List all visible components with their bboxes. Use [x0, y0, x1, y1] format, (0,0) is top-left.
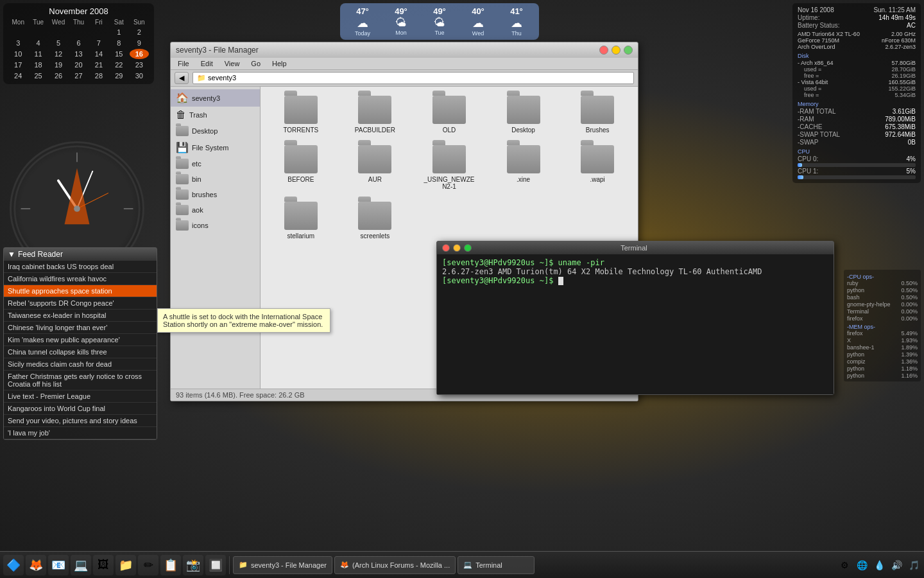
- cal-day-cell[interactable]: 8: [109, 38, 128, 48]
- fm-file-item[interactable]: PACBUILDER: [341, 93, 409, 136]
- folder-icon: [176, 174, 189, 184]
- tray-icon-network[interactable]: 🌐: [855, 558, 869, 572]
- cal-day-cell[interactable]: 23: [130, 60, 149, 70]
- cal-day-cell[interactable]: 22: [109, 60, 128, 70]
- cal-day-cell[interactable]: 28: [89, 71, 108, 81]
- feed-item[interactable]: China tunnel collapse kills three: [4, 346, 157, 358]
- tray-icon-dropbox[interactable]: 💧: [872, 558, 886, 572]
- taskbar-window-button[interactable]: 🦊(Arch Linux Forums - Mozilla ...: [334, 556, 456, 574]
- tray-icon-volume[interactable]: 🔊: [889, 558, 903, 572]
- fm-file-item[interactable]: TORRENTS: [267, 93, 335, 136]
- taskbar-app-applet[interactable]: 🔲: [205, 555, 226, 575]
- fm-file-item[interactable]: screenlets: [341, 199, 409, 242]
- cal-day-cell[interactable]: 14: [89, 49, 108, 59]
- fm-menu-item[interactable]: View: [223, 59, 242, 68]
- fm-back-button[interactable]: ◀: [175, 72, 189, 84]
- feed-item[interactable]: Iraq cabinet backs US troops deal: [4, 261, 157, 273]
- cal-day-cell[interactable]: 5: [49, 38, 68, 48]
- cal-day-cell[interactable]: 1: [109, 27, 128, 37]
- fm-file-item[interactable]: OLD: [415, 93, 483, 136]
- fm-sidebar-item[interactable]: brushes: [171, 187, 260, 202]
- fm-sidebar-item[interactable]: 🏠seventy3: [171, 89, 260, 107]
- fm-file-item[interactable]: stellarium: [267, 199, 335, 242]
- cal-day-cell[interactable]: 11: [28, 49, 47, 59]
- cal-day-cell[interactable]: 21: [89, 60, 108, 70]
- feed-item[interactable]: Rebel 'supports DR Congo peace': [4, 297, 157, 310]
- fm-sidebar-item[interactable]: 💾File System: [171, 139, 260, 156]
- fm-file-item[interactable]: _USING_NEWZEN2-1: [415, 143, 483, 193]
- cal-day-cell[interactable]: 12: [49, 49, 68, 59]
- fm-sidebar-item[interactable]: etc: [171, 156, 260, 171]
- cal-day-cell[interactable]: 4: [28, 38, 47, 48]
- cal-day-cell[interactable]: 19: [49, 60, 68, 70]
- cal-day-cell[interactable]: 24: [8, 71, 28, 81]
- feed-item[interactable]: Taiwanese ex-leader in hospital: [4, 310, 157, 322]
- feed-item[interactable]: Kangaroos into World Cup final: [4, 403, 157, 415]
- fm-file-item[interactable]: Brushes: [563, 93, 631, 136]
- fm-menu-item[interactable]: Edit: [199, 59, 215, 68]
- fm-file-item[interactable]: .wapi: [563, 143, 631, 193]
- fm-close-button[interactable]: [599, 46, 608, 55]
- fm-maximize-button[interactable]: [624, 46, 633, 55]
- fm-sidebar-item[interactable]: bin: [171, 171, 260, 187]
- feed-item[interactable]: 'I lava my job': [4, 427, 157, 439]
- cal-day-cell[interactable]: 2: [130, 27, 149, 37]
- feed-item[interactable]: Kim 'makes new public appearance': [4, 334, 157, 346]
- fm-file-item[interactable]: AUR: [341, 143, 409, 193]
- fm-path-bar[interactable]: 📁 seventy3: [193, 72, 634, 84]
- feed-item[interactable]: Father Christmas gets early notice to cr…: [4, 371, 157, 390]
- taskbar-app-firefox[interactable]: 🦊: [26, 555, 46, 575]
- cal-day-cell[interactable]: 26: [49, 71, 68, 81]
- taskbar-app-screenshot[interactable]: 📸: [183, 555, 203, 575]
- taskbar-app-draw[interactable]: ✏: [138, 555, 158, 575]
- taskbar-app-file-manager[interactable]: 📁: [116, 555, 136, 575]
- fm-sidebar-item[interactable]: icons: [171, 218, 260, 233]
- cal-day-cell[interactable]: 27: [69, 71, 88, 81]
- taskbar-app-mail[interactable]: 📧: [48, 555, 69, 575]
- term-close-button[interactable]: [442, 244, 450, 252]
- cal-day-cell[interactable]: 6: [69, 38, 88, 48]
- taskbar-app-image-viewer[interactable]: 🖼: [93, 555, 114, 575]
- taskbar-window-button[interactable]: 💻Terminal: [458, 556, 535, 574]
- terminal-body[interactable]: [seventy3@HPdv9920us ~]$ uname -pir2.6.2…: [437, 254, 834, 394]
- fm-file-item[interactable]: Desktop: [490, 93, 558, 136]
- tray-icon-settings[interactable]: ⚙: [837, 558, 851, 572]
- cal-day-cell[interactable]: 18: [28, 60, 47, 70]
- feed-item[interactable]: Live text - Premier League: [4, 390, 157, 403]
- feed-item[interactable]: Chinese 'living longer than ever': [4, 322, 157, 334]
- cal-day-cell[interactable]: 7: [89, 38, 108, 48]
- cal-day-cell[interactable]: 30: [130, 71, 149, 81]
- cal-day-cell[interactable]: 9: [130, 38, 149, 48]
- cal-day-cell[interactable]: 3: [8, 38, 28, 48]
- cal-day-cell[interactable]: 15: [109, 49, 128, 59]
- cal-day-cell[interactable]: 29: [109, 71, 128, 81]
- cal-day-cell[interactable]: 17: [8, 60, 28, 70]
- fm-menu-item[interactable]: Help: [270, 59, 289, 68]
- fm-sidebar-item[interactable]: 🗑Trash: [171, 107, 260, 123]
- fm-file-item[interactable]: BEFORE: [267, 143, 335, 193]
- taskbar-app-terminal[interactable]: 💻: [71, 555, 91, 575]
- fm-sidebar-item[interactable]: aok: [171, 202, 260, 218]
- tray-icon-media[interactable]: 🎵: [907, 558, 921, 572]
- taskbar-app-clipboard[interactable]: 📋: [160, 555, 181, 575]
- term-maximize-button[interactable]: [464, 244, 472, 252]
- cal-day-cell[interactable]: 20: [69, 60, 88, 70]
- term-minimize-button[interactable]: [453, 244, 461, 252]
- fm-sidebar-item[interactable]: Desktop: [171, 123, 260, 139]
- feed-item[interactable]: California wildfires wreak havoc: [4, 273, 157, 285]
- cal-day-cell[interactable]: 16: [130, 49, 149, 59]
- cal-day-cell[interactable]: 25: [28, 71, 47, 81]
- fm-file-item[interactable]: .xine: [490, 143, 558, 193]
- cpu0-bar: [798, 163, 916, 167]
- cal-day-cell[interactable]: 13: [69, 49, 88, 59]
- fm-menu-item[interactable]: File: [176, 59, 191, 68]
- feed-item[interactable]: Send your video, pictures and story idea…: [4, 415, 157, 427]
- cal-day-cell[interactable]: 10: [8, 49, 28, 59]
- feed-item[interactable]: Shuttle approaches space station: [4, 285, 157, 297]
- fm-menu-item[interactable]: Go: [249, 59, 262, 68]
- fm-sidebar-label: bin: [192, 175, 201, 183]
- feed-item[interactable]: Sicily medics claim cash for dead: [4, 358, 157, 371]
- taskbar-app-arch[interactable]: 🔷: [3, 555, 24, 575]
- taskbar-window-button[interactable]: 📁seventy3 - File Manager: [233, 556, 332, 574]
- fm-minimize-button[interactable]: [612, 46, 620, 55]
